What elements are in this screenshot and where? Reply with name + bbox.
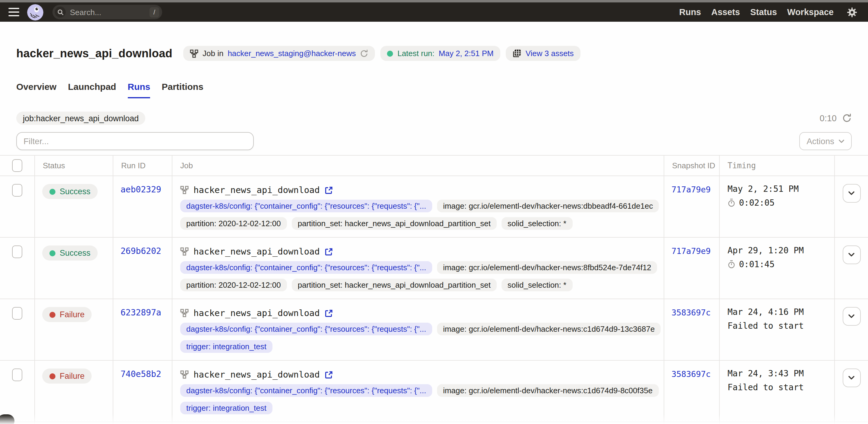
row-actions-cell [834,238,868,299]
row-menu-button[interactable] [842,184,861,203]
tab-partitions[interactable]: Partitions [161,82,203,98]
run-id-cell: aeb02329 [113,176,172,237]
view-assets-link[interactable]: View 3 assets [526,49,574,58]
refresh-countdown: 0:10 [820,113,837,123]
timing-cell: May 2, 2:51 PM0:02:05 [719,176,834,237]
run-tag[interactable]: dagster-k8s/config: {"container_config":… [180,261,432,274]
job-name: hacker_news_api_download [193,247,320,256]
reload-repository-icon[interactable] [360,49,369,58]
status-label: Failure [60,371,85,381]
settings-gear-icon[interactable] [847,7,857,17]
snapshot-id-link[interactable]: 3583697c [672,369,711,379]
refresh-icon[interactable] [842,113,852,123]
row-actions-cell [834,176,868,237]
stopwatch-icon [727,260,735,268]
run-tag[interactable]: image: gcr.io/elementl-dev/hacker-news:c… [437,323,661,335]
snapshot-id-link[interactable]: 717a79e9 [672,246,711,256]
run-tag[interactable]: image: gcr.io/elementl-dev/hacker-news:c… [437,384,658,397]
run-duration: Failed to start [727,321,804,331]
job-filter-chip[interactable]: job:hacker_news_api_download [16,112,145,125]
run-start-time: Apr 29, 1:20 PM [727,245,834,255]
page-title: hacker_news_api_download [16,47,173,60]
run-tag[interactable]: dagster-k8s/config: {"container_config":… [180,323,432,335]
run-id-link[interactable]: 740e58b2 [121,369,161,379]
run-tag[interactable]: image: gcr.io/elementl-dev/hacker-news:8… [437,261,657,274]
header-checkbox-cell [0,156,34,176]
open-job-external-icon[interactable] [324,371,333,378]
run-tag[interactable]: image: gcr.io/elementl-dev/hacker-news:d… [437,200,659,212]
run-tag[interactable]: partition: 2020-12-02-12:00 [180,279,287,291]
actions-button[interactable]: Actions [799,132,852,150]
row-checkbox[interactable] [12,245,22,258]
run-tag[interactable]: trigger: integration_test [180,340,273,353]
run-duration: Failed to start [727,383,804,392]
run-id-link[interactable]: 269b6202 [121,246,161,256]
open-job-external-icon[interactable] [324,248,333,255]
tab-launchpad[interactable]: Launchpad [68,82,116,98]
asset-group-icon [513,49,521,58]
search-shortcut-key: / [150,7,159,17]
select-all-checkbox[interactable] [12,159,22,172]
snapshot-cell: 717a79e9 [664,238,719,299]
run-tag[interactable]: partition: 2020-12-02-12:00 [180,217,287,230]
row-menu-button[interactable] [842,245,861,264]
row-checkbox-cell [0,361,34,422]
run-id-link[interactable]: 6232897a [121,308,161,317]
snapshot-id-link[interactable]: 3583697c [672,308,711,317]
snapshot-id-link[interactable]: 717a79e9 [672,185,711,194]
navbar-link-assets[interactable]: Assets [711,7,740,17]
tag-line: trigger: integration_test [180,340,658,353]
run-tag[interactable]: dagster-k8s/config: {"container_config":… [180,200,432,212]
run-duration-line: Failed to start [727,383,834,392]
run-id-cell: 269b6202 [113,238,172,299]
repository-link[interactable]: hacker_news_staging@hacker-news [227,49,355,58]
run-tag[interactable]: partition_set: hacker_news_api_download_… [292,217,497,230]
run-id-link[interactable]: aeb02329 [121,185,161,194]
status-cell: Success [34,176,113,237]
job-title-line: hacker_news_api_download [180,184,658,195]
open-job-external-icon[interactable] [324,186,333,194]
actions-button-label: Actions [807,136,834,146]
workflow-icon [180,186,189,194]
run-tag[interactable]: partition_set: hacker_news_api_download_… [292,279,497,291]
filter-input-row: Actions [16,132,852,150]
row-checkbox[interactable] [12,368,22,381]
run-tag[interactable]: solid_selection: * [501,217,572,230]
tab-runs[interactable]: Runs [127,82,150,98]
run-tag[interactable]: solid_selection: * [501,279,572,291]
dagster-logo[interactable] [27,4,43,20]
run-start-time: Mar 24, 4:16 PM [727,307,834,316]
latest-run-time-link[interactable]: May 2, 2:51 PM [439,49,494,58]
navbar-link-workspace[interactable]: Workspace [787,7,834,17]
workflow-icon [180,370,189,379]
global-search[interactable]: / [53,5,162,19]
runs-filter-input[interactable] [16,132,254,150]
hamburger-menu-icon[interactable] [8,8,19,16]
page-tabs: OverviewLaunchpadRunsPartitions [16,82,852,98]
status-badge: Failure [42,307,92,322]
row-menu-button[interactable] [842,368,861,387]
navbar-link-runs[interactable]: Runs [679,7,701,17]
tag-line: trigger: integration_test [180,402,658,414]
snapshot-cell: 3583697c [664,299,719,360]
snapshot-cell: 717a79e9 [664,176,719,237]
run-tag[interactable]: dagster-k8s/config: {"container_config":… [180,384,432,397]
latest-run-label: Latest run: [398,49,435,58]
row-checkbox[interactable] [12,184,22,196]
run-tag[interactable]: trigger: integration_test [180,402,273,414]
navbar-link-status[interactable]: Status [750,7,777,17]
column-header-actions [834,156,868,176]
row-checkbox[interactable] [12,307,22,320]
table-header-row: StatusRun IDJobSnapshot IDTiming [0,156,868,176]
job-location-badge: Job in hacker_news_staging@hacker-news [183,46,375,61]
run-start-time: May 2, 2:51 PM [727,184,834,193]
row-menu-button[interactable] [842,307,861,326]
search-input[interactable] [70,7,145,17]
row-checkbox-cell [0,238,34,299]
tab-overview[interactable]: Overview [16,82,56,98]
status-badge: Failure [42,368,92,384]
page-header: hacker_news_api_download Job in hacker_n… [16,46,852,61]
workflow-icon [180,247,189,256]
status-cell: Failure [34,361,113,422]
open-job-external-icon[interactable] [324,309,333,317]
